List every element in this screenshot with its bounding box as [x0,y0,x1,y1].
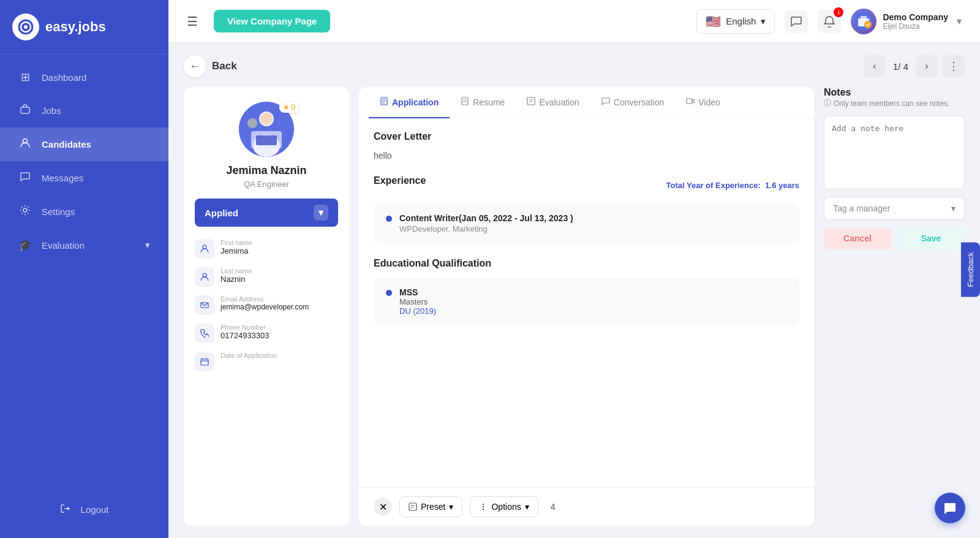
topbar: ☰ View Company Page 🇺🇸 English ▾ 1 [168,0,980,43]
bottom-bar: ✕ Preset ▾ [359,487,814,526]
sidebar-item-dashboard[interactable]: ⊞ Dashboard [0,61,168,94]
info-icon: ⓘ [824,98,831,108]
svg-rect-21 [201,359,208,365]
svg-rect-35 [687,99,692,104]
options-button[interactable]: Options ▾ [470,496,538,517]
notes-textarea[interactable] [824,116,965,189]
sidebar-item-logout[interactable]: Logout [42,493,127,526]
first-name-item: First name Jemima [195,239,338,259]
notes-header: Notes ⓘ Only team members can see notes. [824,87,965,108]
sidebar: easy.jobs ⊞ Dashboard Jobs Candidates [0,0,168,538]
messages-icon [18,171,32,185]
svg-point-17 [247,118,257,128]
svg-rect-3 [21,107,29,113]
resume-tab-icon [461,97,469,107]
nav-row: ← Back ‹ 1/ 4 › ⋮ [184,55,965,77]
edu-type: Masters [399,297,436,306]
date-label: Date of Application [221,352,277,359]
tabs-row: Application Resume [359,87,814,119]
cancel-button[interactable]: Cancel [824,227,891,249]
save-button[interactable]: Save [897,227,965,249]
status-chevron-icon: ▾ [314,205,328,221]
tag-manager-dropdown[interactable]: Tag a manager ▾ [824,197,965,220]
close-button[interactable]: ✕ [374,498,392,516]
phone-icon [195,324,214,343]
columns-area: ★ 0 Jemima Naznin QA Engineer Applied ▾ [184,87,965,526]
svg-point-18 [203,245,206,249]
company-selector[interactable]: Demo Company Eijel Dsuza ▾ [851,9,962,34]
bottom-count: 4 [551,502,556,512]
svg-point-15 [260,113,273,125]
star-icon: ★ [283,103,290,112]
more-options-button[interactable]: ⋮ [943,55,965,77]
evaluation-tab-icon [527,97,535,107]
notification-badge: 1 [834,7,843,17]
tab-evaluation[interactable]: Evaluation [516,87,590,118]
main-content: ☰ View Company Page 🇺🇸 English ▾ 1 [168,0,980,538]
logo-icon [12,13,39,40]
options-chevron-icon: ▾ [525,502,529,512]
view-company-button[interactable]: View Company Page [214,10,330,32]
evaluation-icon: 🎓 [18,238,32,252]
edu-institution-link: DU [399,306,411,316]
company-text: Demo Company Eijel Dsuza [883,12,948,31]
logo-text: easy.jobs [45,19,106,35]
tab-resume[interactable]: Resume [450,87,516,118]
education-section: Educational Qualification MSS Masters DU… [374,258,799,325]
tab-conversation[interactable]: Conversation [590,87,676,118]
hamburger-icon[interactable]: ☰ [187,14,198,29]
candidates-icon [18,137,32,151]
chevron-down-icon: ▾ [761,16,766,27]
preset-chevron-icon: ▾ [449,502,453,512]
notifications-button[interactable]: 1 [818,10,841,33]
experience-header: Experience Total Year of Experience: 1.6… [374,175,799,195]
person-icon-2 [195,267,214,287]
application-tab-icon [380,97,388,107]
status-button[interactable]: Applied ▾ [195,199,338,227]
cover-letter-text: hello [374,151,799,161]
sidebar-item-jobs[interactable]: Jobs [0,94,168,127]
language-selector[interactable]: 🇺🇸 English ▾ [696,9,775,34]
exp-sub-0: WPDeveloper, Marketing [399,224,573,233]
logout-icon [60,503,71,516]
education-card: MSS Masters DU (2019) [374,278,799,325]
date-icon [195,352,214,371]
last-name-item: Last name Naznin [195,267,338,287]
last-name-label: Last name [221,267,252,275]
tab-application[interactable]: Application [369,87,450,118]
video-tab-icon [686,97,695,107]
date-item: Date of Application [195,352,338,371]
tag-manager-label: Tag a manager [833,203,890,213]
back-button[interactable]: ← Back [184,55,237,77]
application-content: Cover Letter hello Experience Total Year… [359,119,814,487]
svg-point-19 [203,273,206,277]
back-arrow-icon: ← [184,55,206,77]
first-name-value: Jemima [221,246,252,256]
sidebar-label-dashboard: Dashboard [42,72,86,83]
tab-video[interactable]: Video [675,87,731,118]
experience-title: Experience [374,175,426,186]
sidebar-label-messages: Messages [42,173,83,183]
chevron-down-icon: ▾ [145,240,150,251]
svg-rect-32 [527,97,535,105]
logo-area: easy.jobs [0,0,168,55]
company-sub: Eijel Dsuza [883,22,948,31]
prev-page-button[interactable]: ‹ [864,55,886,77]
pagination-controls: ‹ 1/ 4 › ⋮ [864,55,965,77]
experience-duration: 1.6 years [765,181,799,190]
sidebar-item-evaluation[interactable]: 🎓 Evaluation ▾ [0,229,168,262]
chat-fab-button[interactable] [935,493,965,523]
notes-subtitle: ⓘ Only team members can see notes. [824,98,965,108]
next-page-button[interactable]: › [916,55,938,77]
svg-rect-29 [462,97,468,105]
sidebar-item-candidates[interactable]: Candidates [0,127,168,161]
preset-button[interactable]: Preset ▾ [399,496,462,517]
chat-icon-button[interactable] [785,10,808,33]
sidebar-label-evaluation: Evaluation [42,240,85,251]
options-label: Options [491,502,521,512]
sidebar-item-messages[interactable]: Messages [0,161,168,195]
sidebar-item-settings[interactable]: Settings [0,195,168,229]
feedback-tab[interactable]: Feedback [961,242,980,297]
candidate-info: First name Jemima Last name [195,239,338,371]
svg-point-40 [483,506,484,507]
